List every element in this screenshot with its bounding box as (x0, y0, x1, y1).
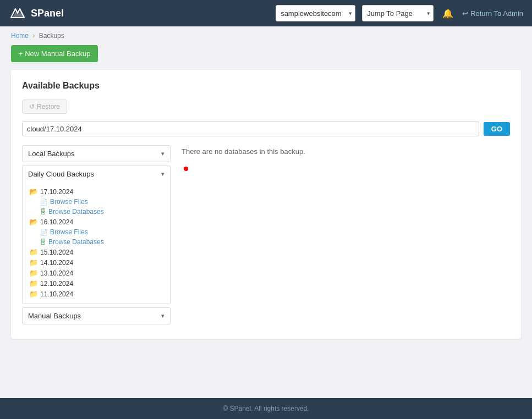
manual-backups-label: Manual Backups (28, 312, 81, 320)
browse-files-17[interactable]: 📄 Browse Files (36, 197, 168, 207)
tree-16-children: 📄 Browse Files 🗄 Browse Databases (25, 227, 168, 247)
local-backups-label: Local Backups (28, 150, 75, 158)
manual-backups-accordion[interactable]: Manual Backups ▾ (22, 307, 171, 324)
tree-date-16: 16.10.2024 (40, 218, 73, 226)
browse-databases-17[interactable]: 🗄 Browse Databases (36, 207, 168, 217)
tree-folder-11[interactable]: 📁 11.10.2024 (25, 289, 168, 299)
tree-date-13: 13.10.2024 (40, 269, 73, 277)
daily-cloud-backups-label: Daily Cloud Backups (28, 170, 94, 178)
folder-closed-icon-13: 📁 (29, 269, 38, 277)
folder-closed-icon-12: 📁 (29, 279, 38, 288)
folder-open-icon: 📂 (29, 188, 38, 196)
db-icon-16: 🗄 (40, 239, 46, 245)
tree-folder-14[interactable]: 📁 14.10.2024 (25, 257, 168, 268)
no-db-text: There are no databases in this backup. (182, 147, 305, 156)
tree-date-14: 14.10.2024 (40, 259, 73, 267)
breadcrumb: Home › Backups (0, 26, 532, 45)
daily-cloud-backups-section: Daily Cloud Backups ▾ 📂 17.10.2024 📄 (22, 166, 171, 304)
available-backups-card: Available Backups ↺ Restore GO Local Bac… (11, 70, 521, 339)
red-dot-indicator (184, 167, 188, 171)
return-to-admin-link[interactable]: ↩ Return To Admin (462, 9, 523, 18)
notification-bell-icon[interactable]: 🔔 (440, 6, 456, 21)
path-input[interactable] (22, 122, 479, 136)
no-databases-message: There are no databases in this backup. (182, 147, 305, 171)
folder-open-icon-16: 📂 (29, 218, 38, 226)
main-content: + New Manual Backup Available Backups ↺ … (0, 45, 532, 398)
left-panel: Local Backups ▾ Daily Cloud Backups ▾ 📂 … (22, 145, 171, 328)
tree-date-17: 17.10.2024 (40, 188, 73, 196)
breadcrumb-current: Backups (39, 32, 64, 40)
local-backups-chevron-icon: ▾ (161, 150, 164, 157)
website-selector[interactable]: samplewebsitecom (276, 5, 355, 21)
jump-to-page-wrapper[interactable]: Jump To Page (362, 5, 434, 21)
tree-17-children: 📄 Browse Files 🗄 Browse Databases (25, 197, 168, 217)
tree-folder-12[interactable]: 📁 12.10.2024 (25, 278, 168, 289)
card-title: Available Backups (22, 81, 510, 91)
folder-closed-icon-11: 📁 (29, 290, 38, 298)
manual-backups-chevron-icon: ▾ (161, 312, 164, 319)
breadcrumb-separator: › (32, 32, 35, 40)
file-icon-16: 📄 (40, 229, 48, 236)
local-backups-accordion[interactable]: Local Backups ▾ (22, 145, 171, 162)
tree-folder-16: 📂 16.10.2024 (25, 217, 168, 227)
restore-button[interactable]: ↺ Restore (22, 100, 67, 114)
jump-to-page-selector[interactable]: Jump To Page (362, 5, 434, 21)
logo: SPanel (9, 7, 64, 20)
right-panel: There are no databases in this backup. (182, 145, 510, 328)
new-manual-backup-button[interactable]: + New Manual Backup (11, 45, 98, 62)
header: SPanel samplewebsitecom Jump To Page 🔔 ↩… (0, 0, 532, 26)
logo-icon (9, 7, 26, 20)
daily-cloud-backups-accordion[interactable]: Daily Cloud Backups ▾ (22, 166, 171, 182)
website-selector-wrapper[interactable]: samplewebsitecom (276, 5, 355, 21)
db-icon-17: 🗄 (40, 208, 46, 215)
tree-folder-15[interactable]: 📁 15.10.2024 (25, 247, 168, 257)
tree-folder-13[interactable]: 📁 13.10.2024 (25, 268, 168, 278)
browse-databases-16[interactable]: 🗄 Browse Databases (36, 237, 168, 247)
footer: © SPanel. All rights reserved. (0, 398, 532, 419)
logo-text: SPanel (31, 8, 64, 19)
restore-icon: ↺ (29, 103, 35, 111)
return-icon: ↩ (462, 9, 468, 18)
browse-files-16[interactable]: 📄 Browse Files (36, 227, 168, 237)
go-button[interactable]: GO (484, 122, 510, 136)
footer-text: © SPanel. All rights reserved. (223, 405, 309, 412)
file-icon-17: 📄 (40, 199, 48, 206)
tree-date-11: 11.10.2024 (40, 290, 73, 298)
path-row: GO (22, 122, 510, 136)
tree-date-15: 15.10.2024 (40, 249, 73, 256)
tree-date-12: 12.10.2024 (40, 280, 73, 288)
breadcrumb-home[interactable]: Home (11, 32, 29, 40)
folder-closed-icon-14: 📁 (29, 258, 38, 267)
folder-closed-icon-15: 📁 (29, 248, 38, 256)
tree-folder-17: 📂 17.10.2024 (25, 186, 168, 197)
daily-cloud-backups-body: 📂 17.10.2024 📄 Browse Files 🗄 Browse Dat… (22, 182, 171, 304)
daily-cloud-backups-chevron-icon: ▾ (161, 170, 164, 178)
content-row: Local Backups ▾ Daily Cloud Backups ▾ 📂 … (22, 145, 510, 328)
